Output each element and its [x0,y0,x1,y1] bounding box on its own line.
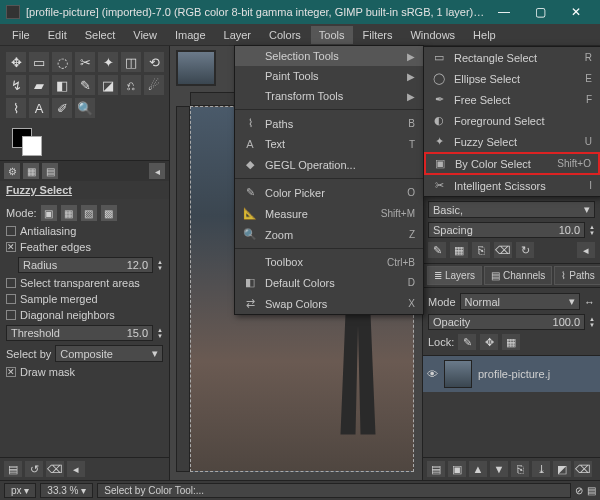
menu-file[interactable]: File [4,26,38,44]
mode-add-icon[interactable]: ▦ [61,205,77,221]
brush-edit-icon[interactable]: ✎ [428,242,446,258]
merge-down-icon[interactable]: ⤓ [532,461,550,477]
menu-help[interactable]: Help [465,26,504,44]
lock-alpha-icon[interactable]: ▦ [502,334,520,350]
unit-select[interactable]: px ▾ [4,483,36,498]
menu-intelligent-scissors[interactable]: ✂Intelligent ScissorsI [424,175,600,196]
path-tool[interactable]: ⌇ [6,98,26,118]
layer-down-icon[interactable]: ▼ [490,461,508,477]
menu-zoom[interactable]: 🔍ZoomZ [235,224,423,245]
menu-foreground-select[interactable]: ◐Foreground Select [424,110,600,131]
layer-name[interactable]: profile-picture.j [478,368,550,380]
menu-by-color-select[interactable]: ▣By Color SelectShift+O [424,152,600,175]
spacing-spinner[interactable]: Spacing10.0 [428,222,585,238]
brush-preset-select[interactable]: Basic,▾ [428,201,595,218]
tab-paths[interactable]: ⌇Paths [554,266,600,285]
menu-select[interactable]: Select [77,26,124,44]
menu-gegl[interactable]: ◆GEGL Operation... [235,154,423,175]
selectby-dropdown[interactable]: Composite▾ [55,345,163,362]
menu-free-select[interactable]: ✒Free SelectF [424,89,600,110]
brush-tool[interactable]: ✎ [75,75,95,95]
menu-swap-colors[interactable]: ⇄Swap ColorsX [235,293,423,314]
options-menu-icon[interactable]: ◂ [149,163,165,179]
document-thumbnail[interactable] [176,50,216,86]
close-button[interactable]: ✕ [558,0,594,24]
menu-filters[interactable]: Filters [355,26,401,44]
menu-image[interactable]: Image [167,26,214,44]
eraser-tool[interactable]: ◪ [98,75,118,95]
restore-options-icon[interactable]: ↺ [25,461,43,477]
menu-measure[interactable]: 📐MeasureShift+M [235,203,423,224]
zoom-select[interactable]: 33.3 % ▾ [40,483,93,498]
menu-paths[interactable]: ⌇PathsB [235,113,423,134]
drawmask-checkbox[interactable] [6,367,16,377]
layer-group-icon[interactable]: ▣ [448,461,466,477]
tab-channels[interactable]: ▤Channels [484,266,552,285]
mode-sub-icon[interactable]: ▨ [81,205,97,221]
eye-icon[interactable]: 👁 [427,368,438,380]
brush-refresh-icon[interactable]: ↻ [516,242,534,258]
warp-tool[interactable]: ↯ [6,75,26,95]
delete-options-icon[interactable]: ⌫ [46,461,64,477]
new-layer-icon[interactable]: ▤ [427,461,445,477]
thr-down[interactable]: ▼ [157,333,163,339]
lock-position-icon[interactable]: ✥ [480,334,498,350]
transparent-checkbox[interactable] [6,278,16,288]
color-picker-tool[interactable]: ✐ [52,98,72,118]
device-tab-icon[interactable]: ▦ [23,163,39,179]
dup-layer-icon[interactable]: ⎘ [511,461,529,477]
crop-tool[interactable]: ◫ [121,52,141,72]
menu-toolbox[interactable]: ToolboxCtrl+B [235,252,423,272]
menu-layer[interactable]: Layer [216,26,260,44]
nav-icon[interactable]: ▤ [587,485,596,496]
tool-options-tab-icon[interactable]: ⚙ [4,163,20,179]
delete-layer-icon[interactable]: ⌫ [574,461,592,477]
brush-del-icon[interactable]: ⌫ [494,242,512,258]
opacity-slider[interactable]: Opacity100.0 [428,314,585,330]
menu-text[interactable]: ATextT [235,134,423,154]
radius-down[interactable]: ▼ [157,265,163,271]
scissors-tool[interactable]: ✂ [75,52,95,72]
brush-menu-icon[interactable]: ◂ [577,242,595,258]
brush-new-icon[interactable]: ▦ [450,242,468,258]
ruler-vertical[interactable] [176,106,190,472]
zoom-tool[interactable]: 🔍 [75,98,95,118]
maximize-button[interactable]: ▢ [522,0,558,24]
menu-edit[interactable]: Edit [40,26,75,44]
layer-thumbnail[interactable] [444,360,472,388]
menu-windows[interactable]: Windows [402,26,463,44]
bg-swatch[interactable] [22,136,42,156]
mode-replace-icon[interactable]: ▣ [41,205,57,221]
diagonal-checkbox[interactable] [6,310,16,320]
save-options-icon[interactable]: ▤ [4,461,22,477]
mask-icon[interactable]: ◩ [553,461,571,477]
menu-selection-tools[interactable]: Selection Tools ▶ ▭Rectangle SelectR ◯El… [235,46,423,66]
menu-fuzzy-select[interactable]: ✦Fuzzy SelectU [424,131,600,152]
opacity-down[interactable]: ▼ [589,322,595,328]
menu-colors[interactable]: Colors [261,26,309,44]
free-select-tool[interactable]: ◌ [52,52,72,72]
smudge-tool[interactable]: ☄ [144,75,164,95]
rect-select-tool[interactable]: ▭ [29,52,49,72]
minimize-button[interactable]: — [486,0,522,24]
clone-tool[interactable]: ⎌ [121,75,141,95]
transform-tool[interactable]: ⟲ [144,52,164,72]
mode-int-icon[interactable]: ▩ [101,205,117,221]
more-tab-icon[interactable]: ▤ [42,163,58,179]
layer-item[interactable]: 👁 profile-picture.j [423,356,600,392]
menu-color-picker[interactable]: ✎Color PickerO [235,182,423,203]
threshold-spinner[interactable]: Threshold15.0 [6,325,153,341]
antialias-checkbox[interactable] [6,226,16,236]
menu-ellipse-select[interactable]: ◯Ellipse SelectE [424,68,600,89]
tab-layers[interactable]: ≣Layers [427,266,482,285]
menu-tools[interactable]: Tools [311,26,353,44]
menu-paint-tools[interactable]: Paint Tools▶ [235,66,423,86]
menu-default-colors[interactable]: ◧Default ColorsD [235,272,423,293]
cancel-icon[interactable]: ⊘ [575,485,583,496]
layer-mode-select[interactable]: Normal▾ [460,293,580,310]
spacing-down[interactable]: ▼ [589,230,595,236]
lock-pixels-icon[interactable]: ✎ [458,334,476,350]
radius-spinner[interactable]: Radius12.0 [18,257,153,273]
layer-up-icon[interactable]: ▲ [469,461,487,477]
menu-transform-tools[interactable]: Transform Tools▶ [235,86,423,106]
